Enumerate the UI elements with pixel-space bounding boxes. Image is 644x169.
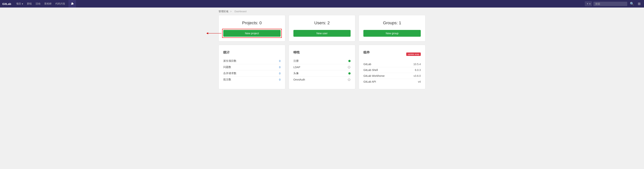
stat-row-comments: 批注数 0	[223, 76, 280, 82]
breadcrumb-separator: >	[230, 10, 232, 13]
new-user-button[interactable]: New user	[294, 30, 351, 37]
projects-card: Projects: 0 New project	[218, 15, 285, 42]
nav-item-groups[interactable]: 群组	[25, 0, 34, 8]
feature-status-omniauth: ⏻	[348, 78, 350, 81]
stat-label-comments: 批注数	[223, 78, 231, 81]
component-row-api: GitLab API v4	[364, 79, 421, 84]
new-project-wrapper: New project	[223, 30, 280, 37]
groups-card: Groups: 1 New group	[359, 15, 426, 42]
feature-status-ldap: ⏻	[348, 66, 350, 69]
search-input[interactable]	[594, 2, 627, 6]
component-label-api: GitLab API	[364, 80, 376, 83]
feature-row-signup: 注册	[294, 58, 351, 64]
stat-label-issues: 问题数	[223, 66, 231, 69]
update-badge: update asap	[406, 52, 421, 56]
top-cards-row: Projects: 0 New project Users: 2 New use…	[218, 15, 426, 42]
component-row-workhorse: GitLab Workhorse v3.6.0	[364, 73, 421, 79]
feature-row-gravatar: 头像	[294, 70, 351, 76]
component-row-shell: GitLab Shell 6.0.3	[364, 67, 421, 73]
component-version-api: v4	[418, 80, 421, 83]
components-title: 组件	[364, 50, 370, 54]
groups-title: Groups: 1	[364, 20, 421, 26]
stats-card: 统计 派生项目数 0 问题数 0 合并请求数 0 批注数 0	[218, 45, 285, 89]
bottom-cards-row: 统计 派生项目数 0 问题数 0 合并请求数 0 批注数 0 特性 注册	[218, 45, 426, 89]
breadcrumb-parent[interactable]: 管理区域	[218, 10, 228, 13]
new-group-button[interactable]: New group	[364, 30, 421, 37]
stat-value-comments: 0	[279, 78, 280, 81]
nav-item-milestones[interactable]: 里程碑	[42, 0, 54, 8]
component-version-gitlab: 10.5.4	[414, 63, 421, 66]
navbar: GitLab 项目 ▾ 群组 活动 里程碑 代码片段 ＋ ▾ 🔍 ⊞	[0, 0, 644, 8]
feature-label-gravatar: 头像	[294, 72, 299, 75]
stats-title: 统计	[223, 50, 280, 54]
svg-marker-1	[206, 32, 208, 34]
plus-button[interactable]: ＋ ▾	[585, 1, 592, 6]
stat-value-forks: 0	[279, 60, 280, 62]
components-card: 组件 update asap GitLab 10.5.4 GitLab Shel…	[359, 45, 426, 89]
navbar-right: ＋ ▾ 🔍 ⊞	[585, 1, 642, 6]
layout-icon[interactable]: ⊞	[637, 2, 642, 6]
feature-label-ldap: LDAP	[294, 66, 300, 69]
nav-item-snippets[interactable]: 代码片段	[54, 0, 67, 8]
arrow-indicator	[206, 30, 223, 36]
new-project-button[interactable]: New project	[223, 30, 280, 37]
users-title: Users: 2	[294, 20, 351, 26]
stat-row-issues: 问题数 0	[223, 64, 280, 70]
nav-item-projects[interactable]: 项目 ▾	[14, 0, 25, 8]
brand-logo[interactable]: GitLab	[2, 2, 11, 6]
breadcrumb-current: Dashboard	[234, 10, 246, 13]
search-icon[interactable]: 🔍	[629, 2, 635, 6]
stat-label-forks: 派生项目数	[223, 59, 236, 63]
component-version-workhorse: v3.6.0	[414, 74, 421, 77]
nav-item-activity[interactable]: 活动	[34, 0, 42, 8]
component-label-gitlab: GitLab	[364, 63, 371, 66]
feature-row-omniauth: OmniAuth ⏻	[294, 76, 351, 82]
projects-title: Projects: 0	[223, 20, 280, 26]
feature-label-signup: 注册	[294, 59, 299, 63]
main-content: Projects: 0 New project Users: 2 New use…	[218, 15, 426, 95]
feature-status-gravatar	[348, 72, 350, 74]
wrench-tab[interactable]	[68, 0, 76, 8]
stat-row-mr: 合并请求数 0	[223, 70, 280, 76]
feature-row-ldap: LDAP ⏻	[294, 64, 351, 70]
stat-value-issues: 0	[279, 66, 280, 69]
stat-value-mr: 0	[279, 72, 280, 75]
component-version-shell: 6.0.3	[415, 68, 421, 72]
features-title: 特性	[294, 50, 351, 54]
users-card: Users: 2 New user	[289, 15, 356, 42]
stat-row-forks: 派生项目数 0	[223, 58, 280, 64]
features-card: 特性 注册 LDAP ⏻ 头像 OmniAuth ⏻	[289, 45, 356, 89]
component-label-shell: GitLab Shell	[364, 68, 378, 72]
feature-label-omniauth: OmniAuth	[294, 78, 305, 81]
component-label-workhorse: GitLab Workhorse	[364, 74, 385, 77]
component-row-gitlab: GitLab 10.5.4	[364, 61, 421, 67]
feature-status-signup	[348, 60, 350, 62]
breadcrumb: 管理区域 > Dashboard	[218, 8, 426, 15]
stat-label-mr: 合并请求数	[223, 72, 236, 75]
components-header: 组件 update asap	[364, 50, 421, 58]
